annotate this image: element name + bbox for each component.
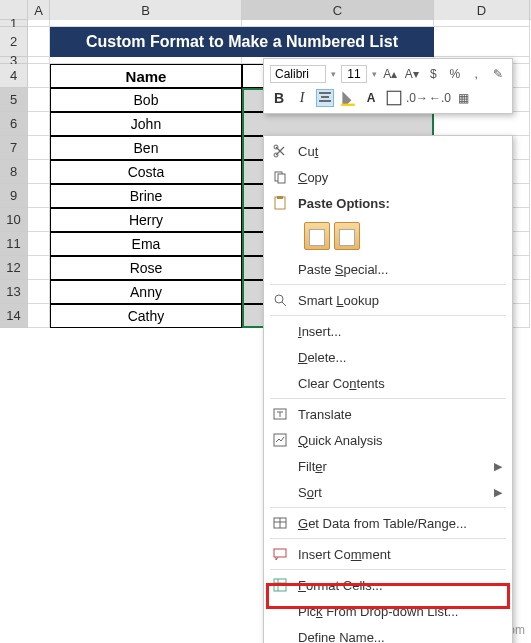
cell-a3[interactable] bbox=[28, 57, 50, 64]
currency-icon[interactable]: $ bbox=[425, 65, 442, 83]
cm-paste-buttons bbox=[264, 216, 512, 256]
cell-a8[interactable] bbox=[28, 160, 50, 184]
separator bbox=[270, 507, 506, 508]
mini-toolbar: Calibri ▾ 11 ▾ A▴ A▾ $ % , ✎ B I A .0→ ←… bbox=[263, 58, 513, 114]
cm-paste-options-label: Paste Options: bbox=[298, 196, 502, 211]
font-color-icon[interactable]: A bbox=[362, 89, 380, 107]
format-painter-icon[interactable]: ✎ bbox=[490, 65, 507, 83]
cm-delete[interactable]: Delete... bbox=[264, 344, 512, 370]
name-cell[interactable]: Brine bbox=[50, 184, 242, 208]
decrease-font-icon[interactable]: A▾ bbox=[404, 65, 421, 83]
cell-b1[interactable] bbox=[50, 20, 242, 27]
cm-insert[interactable]: Insert... bbox=[264, 318, 512, 344]
row-13[interactable]: 13 bbox=[0, 280, 28, 304]
cell-b3[interactable] bbox=[50, 57, 242, 64]
name-cell[interactable]: Cathy bbox=[50, 304, 242, 328]
col-d[interactable]: D bbox=[434, 0, 530, 20]
cell-a10[interactable] bbox=[28, 208, 50, 232]
name-cell[interactable]: Ema bbox=[50, 232, 242, 256]
cm-sort[interactable]: Sort ▶ bbox=[264, 479, 512, 505]
row-10[interactable]: 10 bbox=[0, 208, 28, 232]
cm-format-cells[interactable]: Format Cells... bbox=[264, 572, 512, 598]
center-align-icon[interactable] bbox=[316, 89, 334, 107]
decrease-decimal-icon[interactable]: .0→ bbox=[408, 89, 426, 107]
row-5[interactable]: 5 bbox=[0, 88, 28, 112]
name-cell[interactable]: John bbox=[50, 112, 242, 136]
row-7[interactable]: 7 bbox=[0, 136, 28, 160]
blank-icon bbox=[270, 321, 290, 341]
row-12[interactable]: 12 bbox=[0, 256, 28, 280]
row-1[interactable]: 1 bbox=[0, 20, 28, 27]
cm-pick-list[interactable]: Pick From Drop-down List... bbox=[264, 598, 512, 624]
cell-a11[interactable] bbox=[28, 232, 50, 256]
name-cell[interactable]: Herry bbox=[50, 208, 242, 232]
cell-a12[interactable] bbox=[28, 256, 50, 280]
cell-a1[interactable] bbox=[28, 20, 50, 27]
cell-a9[interactable] bbox=[28, 184, 50, 208]
borders-icon[interactable] bbox=[385, 89, 403, 107]
cm-cut-label: Cut bbox=[298, 144, 502, 159]
row-6[interactable]: 6 bbox=[0, 112, 28, 136]
translate-icon bbox=[270, 404, 290, 424]
font-size-select[interactable]: 11 bbox=[341, 65, 367, 83]
row-4[interactable]: 4 bbox=[0, 64, 28, 88]
cm-paste-special[interactable]: Paste Special... bbox=[264, 256, 512, 282]
context-menu: Cut Copy Paste Options: Paste Special...… bbox=[263, 135, 513, 643]
comma-icon[interactable]: , bbox=[468, 65, 485, 83]
cell-a6[interactable] bbox=[28, 112, 50, 136]
cm-copy[interactable]: Copy bbox=[264, 164, 512, 190]
cell-d2[interactable] bbox=[434, 27, 530, 57]
row-11[interactable]: 11 bbox=[0, 232, 28, 256]
row-3[interactable]: 3 bbox=[0, 57, 28, 64]
paste-values-icon[interactable] bbox=[334, 222, 360, 250]
copy-icon bbox=[270, 167, 290, 187]
cm-quick-analysis[interactable]: Quick Analysis bbox=[264, 427, 512, 453]
fill-color-icon[interactable] bbox=[339, 89, 357, 107]
title-cell[interactable]: Custom Format to Make a Numbered List bbox=[50, 27, 434, 57]
font-name-select[interactable]: Calibri bbox=[270, 65, 326, 83]
cm-paste-special-label: Paste Special... bbox=[298, 262, 502, 277]
cm-translate[interactable]: Translate bbox=[264, 401, 512, 427]
name-cell[interactable]: Costa bbox=[50, 160, 242, 184]
name-cell[interactable]: Bob bbox=[50, 88, 242, 112]
cell-a4[interactable] bbox=[28, 64, 50, 88]
increase-decimal-icon[interactable]: ←.0 bbox=[431, 89, 449, 107]
cm-get-data[interactable]: Get Data from Table/Range... bbox=[264, 510, 512, 536]
cell-c1[interactable] bbox=[242, 20, 434, 27]
italic-icon[interactable]: I bbox=[293, 89, 311, 107]
cm-clear-contents[interactable]: Clear Contents bbox=[264, 370, 512, 396]
row-8[interactable]: 8 bbox=[0, 160, 28, 184]
cell-a13[interactable] bbox=[28, 280, 50, 304]
cm-filter-label: Filter bbox=[298, 459, 494, 474]
name-cell[interactable]: Rose bbox=[50, 256, 242, 280]
paste-default-icon[interactable] bbox=[304, 222, 330, 250]
bold-icon[interactable]: B bbox=[270, 89, 288, 107]
cell-d1[interactable] bbox=[434, 20, 530, 27]
cm-cut[interactable]: Cut bbox=[264, 138, 512, 164]
cell-a14[interactable] bbox=[28, 304, 50, 328]
cell-a7[interactable] bbox=[28, 136, 50, 160]
svg-rect-13 bbox=[274, 579, 286, 591]
col-a[interactable]: A bbox=[28, 0, 50, 20]
separator bbox=[270, 284, 506, 285]
header-name[interactable]: Name bbox=[50, 64, 242, 88]
cm-insert-comment[interactable]: Insert Comment bbox=[264, 541, 512, 567]
percent-icon[interactable]: % bbox=[447, 65, 464, 83]
id-cell[interactable] bbox=[242, 112, 434, 136]
row-9[interactable]: 9 bbox=[0, 184, 28, 208]
cell-a5[interactable] bbox=[28, 88, 50, 112]
cm-smart-lookup[interactable]: Smart Lookup bbox=[264, 287, 512, 313]
cm-pick-list-label: Pick From Drop-down List... bbox=[298, 604, 502, 619]
cm-get-data-label: Get Data from Table/Range... bbox=[298, 516, 502, 531]
row-14[interactable]: 14 bbox=[0, 304, 28, 328]
col-b[interactable]: B bbox=[50, 0, 242, 20]
merge-icon[interactable]: ▦ bbox=[454, 89, 472, 107]
cm-define-name[interactable]: Define Name... bbox=[264, 624, 512, 643]
name-cell[interactable]: Anny bbox=[50, 280, 242, 304]
col-c[interactable]: C bbox=[242, 0, 434, 20]
cell-d6[interactable] bbox=[434, 112, 530, 136]
cell-a2[interactable] bbox=[28, 27, 50, 57]
name-cell[interactable]: Ben bbox=[50, 136, 242, 160]
cm-filter[interactable]: Filter ▶ bbox=[264, 453, 512, 479]
increase-font-icon[interactable]: A▴ bbox=[382, 65, 399, 83]
